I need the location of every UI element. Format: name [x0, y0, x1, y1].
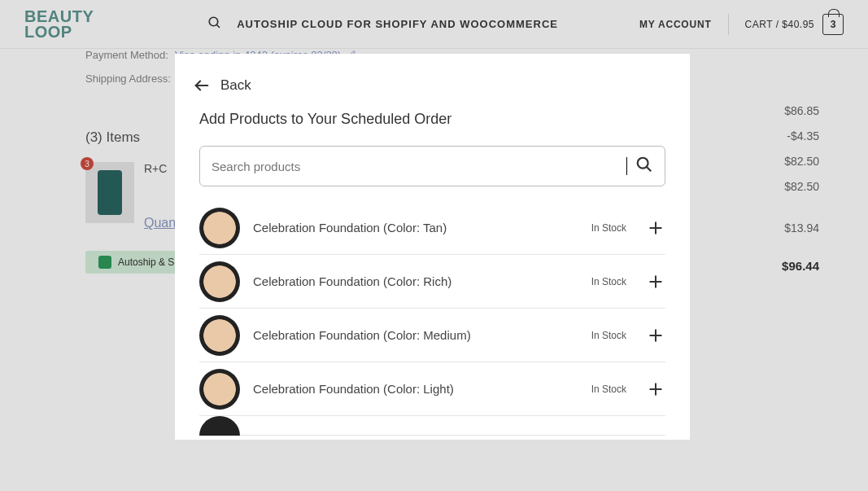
text-cursor-icon [626, 157, 627, 175]
back-arrow-icon[interactable] [193, 77, 211, 94]
add-products-modal: Back Add Products to Your Scheduled Orde… [175, 54, 690, 440]
product-name: Celebration Foundation (Color: Light) [253, 382, 578, 396]
product-thumbnail [199, 416, 240, 436]
product-thumbnail [199, 369, 240, 410]
add-product-button[interactable] [646, 218, 665, 238]
product-name: Celebration Foundation (Color: Tan) [253, 221, 578, 235]
product-name: Celebration Foundation (Color: Rich) [253, 274, 578, 288]
search-icon[interactable] [635, 156, 653, 177]
product-row: Celebration Foundation (Color: Tan) In S… [199, 201, 665, 255]
add-product-button[interactable] [646, 326, 665, 345]
product-row [199, 416, 665, 436]
product-list[interactable]: Celebration Foundation (Color: Tan) In S… [175, 201, 690, 440]
product-row: Celebration Foundation (Color: Rich) In … [199, 255, 665, 309]
product-search-box[interactable] [199, 146, 665, 186]
product-name: Celebration Foundation (Color: Medium) [253, 328, 578, 342]
stock-status: In Stock [591, 276, 626, 287]
svg-line-4 [647, 167, 652, 172]
product-thumbnail [199, 315, 240, 356]
stock-status: In Stock [591, 384, 626, 395]
stock-status: In Stock [591, 222, 626, 234]
add-product-button[interactable] [646, 379, 665, 399]
svg-point-3 [638, 158, 648, 169]
product-row: Celebration Foundation (Color: Light) In… [199, 362, 665, 416]
modal-title: Add Products to Your Scheduled Order [175, 111, 690, 128]
add-product-button[interactable] [646, 272, 665, 292]
product-thumbnail [199, 261, 240, 302]
search-input[interactable] [212, 160, 618, 173]
product-row: Celebration Foundation (Color: Medium) I… [199, 309, 665, 362]
product-thumbnail [199, 208, 240, 248]
back-button[interactable]: Back [220, 77, 251, 94]
stock-status: In Stock [591, 330, 626, 341]
